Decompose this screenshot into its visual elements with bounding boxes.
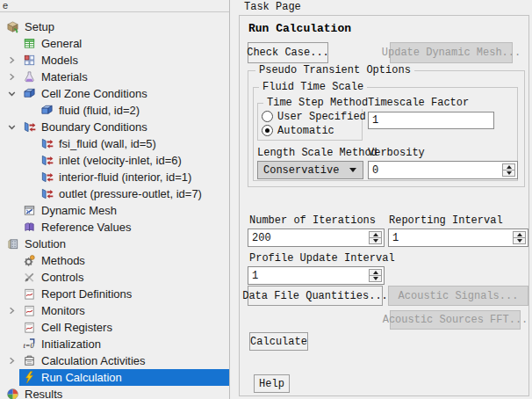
- tree-item-inlet-velocity-inlet-id-6[interactable]: inlet (velocity-inlet, id=6): [0, 152, 229, 169]
- materials-icon: [23, 70, 36, 83]
- tree-item-fluid-fluid-id-2[interactable]: fluid (fluid, id=2): [0, 102, 229, 119]
- tree-item-calculation-activities[interactable]: Calculation Activities: [0, 352, 229, 369]
- chevron-collapsed-icon[interactable]: [5, 70, 19, 83]
- solution-icon: [6, 237, 19, 250]
- number-of-iterations-input[interactable]: [248, 229, 367, 246]
- timescale-factor-field: [368, 112, 494, 129]
- chevron-spacer: [5, 204, 19, 217]
- tree-item-monitors[interactable]: Monitors: [0, 302, 229, 319]
- tree-item-interior-fluid-interior-id-1[interactable]: interior-fluid (interior, id=1): [0, 169, 229, 185]
- arrow-up-icon: [517, 233, 522, 236]
- tree-item-outlet-pressure-outlet-id-7[interactable]: outlet (pressure-outlet, id=7): [0, 185, 229, 202]
- dynamic-mesh-icon: [23, 204, 36, 217]
- chevron-spacer: [23, 137, 37, 150]
- help-button[interactable]: Help: [254, 374, 290, 393]
- boundary-icon: [40, 170, 54, 184]
- verbosity-spin-up[interactable]: [503, 164, 514, 170]
- tree-item-boundary-conditions[interactable]: Boundary Conditions: [0, 119, 229, 135]
- tree-item-label: Results: [25, 388, 62, 399]
- cell-zone-icon: [40, 104, 54, 117]
- tree-item-models[interactable]: Models: [0, 52, 229, 69]
- tree-item-label: Setup: [25, 20, 54, 33]
- length-scale-method-dropdown[interactable]: Conservative: [257, 161, 363, 179]
- tree-item-label: Boundary Conditions: [41, 120, 147, 134]
- chevron-expanded-icon[interactable]: [5, 87, 19, 100]
- tree-item-controls[interactable]: Controls: [0, 269, 229, 286]
- verbosity-input[interactable]: [369, 162, 500, 178]
- tree-item-run-calculation[interactable]: Run Calculation: [0, 369, 229, 386]
- tree-item-general[interactable]: General: [0, 35, 229, 52]
- reporting-interval-input[interactable]: [389, 229, 511, 246]
- iterations-spin-down[interactable]: [370, 238, 381, 243]
- chevron-expanded-icon[interactable]: [5, 120, 19, 134]
- results-icon: [6, 388, 19, 399]
- profile-spin-down[interactable]: [370, 276, 381, 281]
- tree-item-label: Materials: [41, 70, 88, 83]
- tree-item-dynamic-mesh[interactable]: Dynamic Mesh: [0, 202, 229, 219]
- reference-values-icon: [23, 221, 36, 234]
- tree-item-label: Monitors: [41, 304, 85, 317]
- initialization-icon: t=0: [23, 337, 36, 351]
- chevron-collapsed-icon[interactable]: [5, 354, 19, 367]
- page-title: Run Calculation: [248, 22, 351, 35]
- radio-automatic-label: Automatic: [277, 125, 334, 137]
- reporting-interval-field: [388, 229, 528, 247]
- radio-automatic[interactable]: Automatic: [262, 124, 334, 137]
- chevron-collapsed-icon[interactable]: [5, 304, 19, 317]
- tree-item-results[interactable]: Results: [0, 386, 229, 399]
- tree-item-solution[interactable]: Solution: [0, 236, 229, 252]
- update-dynamic-mesh-button: Update Dynamic Mesh...: [390, 42, 513, 63]
- profile-update-interval-field: [248, 266, 385, 285]
- report-icon: [23, 287, 36, 301]
- profile-spin-up[interactable]: [370, 270, 381, 276]
- profile-spinner: [369, 269, 382, 282]
- timescale-factor-input[interactable]: [369, 112, 493, 128]
- task-page-frame: Run Calculation Check Case... Update Dyn…: [239, 15, 529, 396]
- tree-item-report-definitions[interactable]: Report Definitions: [0, 286, 229, 302]
- reporting-spin-up[interactable]: [514, 232, 525, 238]
- iterations-spinner: [369, 231, 382, 244]
- tree-item-cell-registers[interactable]: Cell Registers: [0, 319, 229, 336]
- calculate-button[interactable]: Calculate: [249, 332, 308, 351]
- tree-rows: SetupGeneralModelsMaterialsCell Zone Con…: [0, 18, 229, 399]
- radio-user-specified[interactable]: User Specified: [262, 110, 366, 123]
- report-icon: [23, 304, 36, 317]
- acoustic-sources-fft-button: Acoustic Sources FFT...: [390, 310, 521, 330]
- chevron-down-icon: [349, 168, 356, 172]
- tree-item-label: Cell Zone Conditions: [41, 87, 147, 100]
- timescale-factor-label: Timescale Factor: [368, 97, 469, 109]
- profile-update-interval-label: Profile Update Interval: [249, 252, 395, 265]
- tree-panel-header: e: [0, 0, 229, 12]
- chevron-collapsed-icon[interactable]: [5, 54, 19, 67]
- tree-item-methods[interactable]: Methods: [0, 252, 229, 269]
- iterations-spin-up[interactable]: [370, 232, 381, 238]
- tree-item-label: Reference Values: [41, 221, 131, 234]
- check-case-button[interactable]: Check Case...: [248, 42, 328, 63]
- arrow-up-icon: [507, 165, 512, 169]
- chevron-spacer: [23, 104, 37, 117]
- tree-item-initialization[interactable]: t=0Initialization: [0, 336, 229, 352]
- tree-item-reference-values[interactable]: Reference Values: [0, 219, 229, 236]
- tree-item-label: General: [41, 37, 82, 50]
- tree-item-label: Report Definitions: [41, 287, 132, 301]
- reporting-interval-label: Reporting Interval: [389, 214, 503, 227]
- tree-item-label: inlet (velocity-inlet, id=6): [59, 154, 182, 167]
- tree-item-cell-zone-conditions[interactable]: Cell Zone Conditions: [0, 85, 229, 102]
- chevron-spacer: [23, 170, 37, 184]
- reporting-spin-down[interactable]: [514, 238, 525, 243]
- tree-item-setup[interactable]: Setup: [0, 18, 229, 35]
- pseudo-transient-options-label: Pseudo Transient Options: [255, 64, 414, 76]
- task-page-header: Task Page: [244, 1, 301, 13]
- tree-item-fsi-fluid-wall-id-5[interactable]: fsi_fluid (wall, id=5): [0, 135, 229, 152]
- data-file-quantities-button[interactable]: Data File Quantities...: [248, 286, 383, 306]
- report-icon: [23, 321, 36, 334]
- calc-activities-icon: [23, 354, 36, 367]
- verbosity-label: Verbosity: [368, 147, 425, 159]
- outline-tree-panel: e SetupGeneralModelsMaterialsCell Zone C…: [0, 0, 230, 399]
- profile-update-interval-input[interactable]: [248, 267, 367, 284]
- tree-item-materials[interactable]: Materials: [0, 69, 229, 85]
- setup-icon: [6, 20, 19, 33]
- verbosity-spin-down[interactable]: [503, 170, 514, 176]
- tree-item-label: interior-fluid (interior, id=1): [59, 170, 191, 184]
- chevron-spacer: [5, 254, 19, 267]
